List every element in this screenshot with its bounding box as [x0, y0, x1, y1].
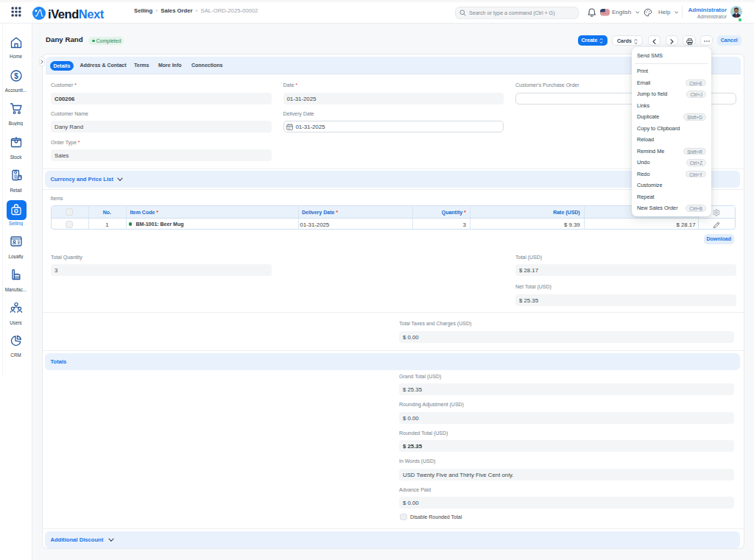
svg-text:$: $ — [14, 72, 18, 80]
